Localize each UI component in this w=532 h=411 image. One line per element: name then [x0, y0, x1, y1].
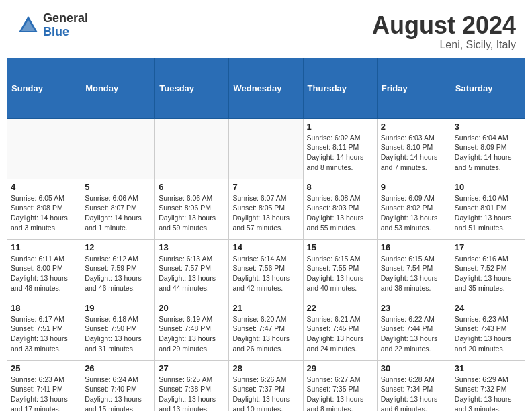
- day-number: 11: [11, 242, 77, 253]
- weekday-sunday: Sunday: [7, 58, 81, 118]
- day-number: 26: [85, 363, 151, 373]
- calendar-table: SundayMondayTuesdayWednesdayThursdayFrid…: [7, 58, 525, 411]
- day-cell: 16Sunrise: 6:15 AMSunset: 7:54 PMDayligh…: [377, 239, 451, 300]
- day-number: 16: [381, 242, 447, 253]
- day-number: 20: [159, 303, 225, 313]
- day-cell: 21Sunrise: 6:20 AMSunset: 7:47 PMDayligh…: [229, 300, 303, 360]
- day-info: Sunrise: 6:18 AMSunset: 7:50 PMDaylight:…: [85, 314, 151, 354]
- day-cell: 2Sunrise: 6:03 AMSunset: 8:10 PMDaylight…: [377, 118, 451, 179]
- day-cell: 7Sunrise: 6:07 AMSunset: 8:05 PMDaylight…: [229, 179, 303, 239]
- day-number: 5: [85, 182, 151, 192]
- day-number: 30: [381, 363, 447, 373]
- day-info: Sunrise: 6:29 AMSunset: 7:32 PMDaylight:…: [455, 375, 521, 411]
- weekday-header-row: SundayMondayTuesdayWednesdayThursdayFrid…: [7, 58, 525, 118]
- header: General Blue August 2024 Leni, Sicily, I…: [0, 0, 532, 58]
- day-cell: 25Sunrise: 6:23 AMSunset: 7:41 PMDayligh…: [7, 360, 81, 411]
- day-info: Sunrise: 6:03 AMSunset: 8:10 PMDaylight:…: [381, 133, 447, 173]
- day-cell: 29Sunrise: 6:27 AMSunset: 7:35 PMDayligh…: [303, 360, 377, 411]
- week-row-3: 11Sunrise: 6:11 AMSunset: 8:00 PMDayligh…: [7, 239, 525, 300]
- day-info: Sunrise: 6:14 AMSunset: 7:56 PMDaylight:…: [232, 254, 299, 293]
- day-number: 8: [307, 182, 373, 192]
- day-number: 1: [307, 122, 373, 132]
- day-info: Sunrise: 6:15 AMSunset: 7:55 PMDaylight:…: [307, 254, 373, 293]
- week-row-1: 1Sunrise: 6:02 AMSunset: 8:11 PMDaylight…: [7, 118, 525, 179]
- day-number: 22: [307, 303, 373, 313]
- day-info: Sunrise: 6:28 AMSunset: 7:34 PMDaylight:…: [381, 375, 447, 411]
- day-info: Sunrise: 6:09 AMSunset: 8:02 PMDaylight:…: [381, 193, 447, 233]
- day-cell: 31Sunrise: 6:29 AMSunset: 7:32 PMDayligh…: [451, 360, 525, 411]
- title-block: August 2024 Leni, Sicily, Italy: [372, 12, 516, 51]
- day-cell: 20Sunrise: 6:19 AMSunset: 7:48 PMDayligh…: [155, 300, 229, 360]
- day-cell: 26Sunrise: 6:24 AMSunset: 7:40 PMDayligh…: [81, 360, 155, 411]
- weekday-monday: Monday: [81, 58, 155, 118]
- day-info: Sunrise: 6:12 AMSunset: 7:59 PMDaylight:…: [85, 254, 151, 293]
- logo: General Blue: [16, 12, 88, 39]
- day-cell: 6Sunrise: 6:06 AMSunset: 8:06 PMDaylight…: [155, 179, 229, 239]
- location: Leni, Sicily, Italy: [372, 39, 516, 51]
- day-cell: 9Sunrise: 6:09 AMSunset: 8:02 PMDaylight…: [377, 179, 451, 239]
- calendar: SundayMondayTuesdayWednesdayThursdayFrid…: [0, 58, 532, 411]
- day-cell: 10Sunrise: 6:10 AMSunset: 8:01 PMDayligh…: [451, 179, 525, 239]
- day-info: Sunrise: 6:04 AMSunset: 8:09 PMDaylight:…: [455, 133, 521, 173]
- day-cell: 14Sunrise: 6:14 AMSunset: 7:56 PMDayligh…: [229, 239, 303, 300]
- day-number: 13: [159, 242, 225, 253]
- day-cell: 17Sunrise: 6:16 AMSunset: 7:52 PMDayligh…: [451, 239, 525, 300]
- day-info: Sunrise: 6:16 AMSunset: 7:52 PMDaylight:…: [455, 254, 521, 293]
- day-cell: 19Sunrise: 6:18 AMSunset: 7:50 PMDayligh…: [81, 300, 155, 360]
- day-cell: 3Sunrise: 6:04 AMSunset: 8:09 PMDaylight…: [451, 118, 525, 179]
- day-cell: 22Sunrise: 6:21 AMSunset: 7:45 PMDayligh…: [303, 300, 377, 360]
- day-number: 3: [455, 122, 521, 132]
- day-number: 27: [159, 363, 225, 373]
- day-info: Sunrise: 6:06 AMSunset: 8:07 PMDaylight:…: [85, 193, 151, 233]
- day-info: Sunrise: 6:27 AMSunset: 7:35 PMDaylight:…: [307, 375, 373, 411]
- day-cell: 28Sunrise: 6:26 AMSunset: 7:37 PMDayligh…: [229, 360, 303, 411]
- weekday-friday: Friday: [377, 58, 451, 118]
- day-info: Sunrise: 6:06 AMSunset: 8:06 PMDaylight:…: [159, 193, 225, 233]
- day-cell: 1Sunrise: 6:02 AMSunset: 8:11 PMDaylight…: [303, 118, 377, 179]
- day-number: 18: [11, 303, 77, 313]
- day-info: Sunrise: 6:17 AMSunset: 7:51 PMDaylight:…: [11, 314, 77, 354]
- day-info: Sunrise: 6:21 AMSunset: 7:45 PMDaylight:…: [307, 314, 373, 354]
- day-number: 7: [232, 182, 299, 192]
- day-cell: 30Sunrise: 6:28 AMSunset: 7:34 PMDayligh…: [377, 360, 451, 411]
- day-info: Sunrise: 6:23 AMSunset: 7:41 PMDaylight:…: [11, 375, 77, 411]
- day-cell: 18Sunrise: 6:17 AMSunset: 7:51 PMDayligh…: [7, 300, 81, 360]
- weekday-saturday: Saturday: [451, 58, 525, 118]
- day-cell: 15Sunrise: 6:15 AMSunset: 7:55 PMDayligh…: [303, 239, 377, 300]
- day-info: Sunrise: 6:22 AMSunset: 7:44 PMDaylight:…: [381, 314, 447, 354]
- day-number: 23: [381, 303, 447, 313]
- day-info: Sunrise: 6:24 AMSunset: 7:40 PMDaylight:…: [85, 375, 151, 411]
- day-info: Sunrise: 6:07 AMSunset: 8:05 PMDaylight:…: [232, 193, 299, 233]
- day-cell: [7, 118, 81, 179]
- day-number: 4: [11, 182, 77, 192]
- logo-blue: Blue: [43, 26, 88, 39]
- day-cell: 24Sunrise: 6:23 AMSunset: 7:43 PMDayligh…: [451, 300, 525, 360]
- day-number: 12: [85, 242, 151, 253]
- day-cell: 12Sunrise: 6:12 AMSunset: 7:59 PMDayligh…: [81, 239, 155, 300]
- day-info: Sunrise: 6:11 AMSunset: 8:00 PMDaylight:…: [11, 254, 77, 293]
- weekday-tuesday: Tuesday: [155, 58, 229, 118]
- week-row-4: 18Sunrise: 6:17 AMSunset: 7:51 PMDayligh…: [7, 300, 525, 360]
- week-row-2: 4Sunrise: 6:05 AMSunset: 8:08 PMDaylight…: [7, 179, 525, 239]
- day-number: 2: [381, 122, 447, 132]
- weekday-thursday: Thursday: [303, 58, 377, 118]
- logo-general: General: [43, 12, 88, 26]
- day-info: Sunrise: 6:19 AMSunset: 7:48 PMDaylight:…: [159, 314, 225, 354]
- day-cell: 4Sunrise: 6:05 AMSunset: 8:08 PMDaylight…: [7, 179, 81, 239]
- day-number: 6: [159, 182, 225, 192]
- day-info: Sunrise: 6:15 AMSunset: 7:54 PMDaylight:…: [381, 254, 447, 293]
- day-number: 9: [381, 182, 447, 192]
- day-number: 21: [232, 303, 299, 313]
- day-number: 14: [232, 242, 299, 253]
- day-number: 17: [455, 242, 521, 253]
- day-number: 15: [307, 242, 373, 253]
- day-info: Sunrise: 6:08 AMSunset: 8:03 PMDaylight:…: [307, 193, 373, 233]
- day-number: 25: [11, 363, 77, 373]
- day-cell: [155, 118, 229, 179]
- logo-icon: [16, 13, 40, 38]
- day-number: 28: [232, 363, 299, 373]
- day-info: Sunrise: 6:20 AMSunset: 7:47 PMDaylight:…: [232, 314, 299, 354]
- day-cell: 8Sunrise: 6:08 AMSunset: 8:03 PMDaylight…: [303, 179, 377, 239]
- day-cell: 11Sunrise: 6:11 AMSunset: 8:00 PMDayligh…: [7, 239, 81, 300]
- weekday-wednesday: Wednesday: [229, 58, 303, 118]
